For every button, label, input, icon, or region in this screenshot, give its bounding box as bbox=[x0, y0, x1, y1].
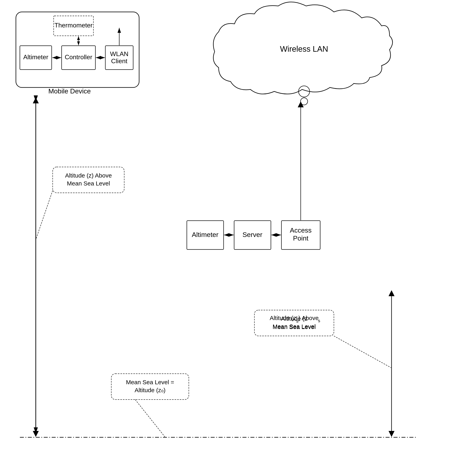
mean-sea-level-callout-box bbox=[111, 374, 189, 399]
right-axis-arrow-bottom bbox=[388, 431, 395, 437]
ap-up-arrow bbox=[298, 101, 304, 107]
controller-label: Controller bbox=[65, 53, 92, 61]
altitude-zs-proper2: Mean Sea Level bbox=[273, 324, 316, 330]
access-point-label2: Point bbox=[293, 234, 308, 242]
mean-sea-level-label1: Mean Sea Level = bbox=[126, 379, 174, 385]
mean-sea-level-label2: Altitude (z₀) bbox=[135, 387, 165, 393]
altitude-z-label2: Mean Sea Level bbox=[67, 180, 110, 187]
altitude-z-callout-line bbox=[36, 190, 53, 238]
wlan-client-label1: WLAN bbox=[110, 50, 128, 57]
wireless-lan-label: Wireless LAN bbox=[280, 45, 328, 53]
wlan-client-label2: Client bbox=[111, 57, 127, 65]
server-altimeter-label: Altimeter bbox=[192, 231, 218, 238]
right-axis-arrow-top bbox=[388, 290, 395, 296]
mobile-altimeter-label: Altimeter bbox=[23, 53, 48, 61]
altitude-zs-callout-box bbox=[254, 310, 334, 336]
mean-sea-level-callout-line bbox=[135, 399, 165, 437]
altitude-zs-callout-line bbox=[334, 336, 391, 368]
altitude-z-label1: Altitude (z) Above bbox=[65, 172, 112, 179]
altitude-zs-proper: Altitude (zs) Above bbox=[270, 315, 319, 324]
left-axis-arrow-bottom bbox=[33, 431, 39, 437]
thermometer-label: Thermometer bbox=[55, 22, 93, 29]
mobile-device-label: Mobile Device bbox=[48, 87, 91, 95]
server-label: Server bbox=[242, 231, 262, 238]
access-point-label1: Access bbox=[290, 226, 312, 234]
altitude-z-callout-box bbox=[53, 167, 124, 193]
left-axis-arrow-top bbox=[33, 98, 39, 103]
